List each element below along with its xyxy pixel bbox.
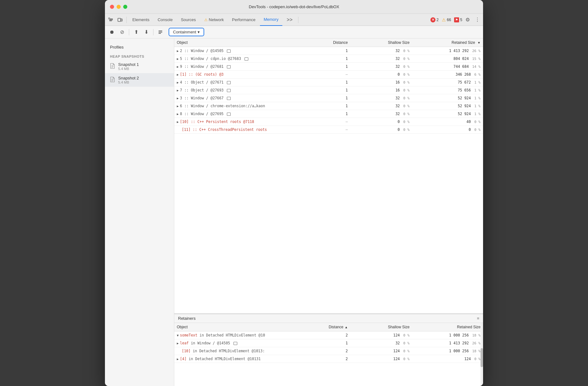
record-button[interactable]: ⏺ — [107, 28, 116, 37]
snapshot-icon-1 — [110, 63, 115, 70]
table-row[interactable]: ▶[10] :: C++ Persistent roots @7118 – 0 … — [174, 118, 483, 126]
retainer-row[interactable]: ▶leaf in Window / @14505 1 32 0 % 1 413 … — [174, 339, 483, 347]
table-row[interactable]: ▶8 :: Window / @27695 1 32 0 % 52 924 1 … — [174, 110, 483, 118]
sidebar-item-snapshot2[interactable]: Snapshot 2 5.4 MB — [105, 73, 174, 87]
svg-rect-2 — [108, 19, 109, 19]
table-row[interactable]: ▶7 :: Object / @27693 1 16 0 % 75 656 1 … — [174, 86, 483, 94]
main-table-container: Object Distance Shallow Size Retained Si… — [174, 38, 483, 313]
toolbar: ⏺ ⊘ ⬆ ⬇ Containment ▾ — [105, 26, 483, 38]
svg-rect-6 — [118, 18, 121, 21]
retainer-row[interactable]: [10] in Detached HTMLDivElement @1013: 2… — [174, 347, 483, 355]
scrollbar-thumb[interactable] — [481, 348, 483, 367]
summary-button[interactable] — [156, 28, 165, 37]
profiles-title: Profiles — [105, 42, 174, 52]
error-badge[interactable]: ✕ 2 — [430, 17, 439, 22]
inspect-icon[interactable] — [106, 15, 115, 24]
tab-sources[interactable]: Sources — [177, 14, 200, 26]
tab-bar: Elements Console Sources ⚠ Network Perfo… — [105, 14, 483, 26]
snapshot-icon-2 — [110, 77, 115, 83]
svg-rect-7 — [121, 19, 122, 21]
window-title: DevTools - codepen.io/web-dot-dev/live/P… — [249, 4, 339, 9]
retainers-table: Object Distance▲ Shallow Size Retained S… — [174, 323, 483, 363]
ret-col-object[interactable]: Object — [174, 323, 313, 331]
table-row[interactable]: ▶2 :: Window / @14505 1 32 0 % 1 413 292… — [174, 47, 483, 55]
device-toggle-icon[interactable] — [116, 15, 124, 24]
table-row[interactable]: [11] :: C++ CrossThreadPersistent roots … — [174, 126, 483, 134]
table-row[interactable]: ▶3 :: Window / @27667 1 32 0 % 52 924 1 … — [174, 94, 483, 102]
snapshot2-info: Snapshot 2 5.4 MB — [118, 76, 169, 84]
svg-rect-8 — [159, 31, 162, 31]
tab-bar-right: ✕ 2 ⚠ 66 ⚑ 5 ⚙ ⋮ — [430, 15, 482, 24]
main-content: Profiles HEAP SNAPSHOTS Snapshot 1 — [105, 38, 483, 386]
tab-console[interactable]: Console — [154, 14, 176, 26]
table-row[interactable]: ▶[1] :: (GC roots) @3 – 0 0 % 346 268 6 … — [174, 71, 483, 79]
minimize-button[interactable] — [117, 5, 121, 9]
sidebar: Profiles HEAP SNAPSHOTS Snapshot 1 — [105, 38, 174, 386]
containment-dropdown[interactable]: Containment ▾ — [169, 28, 204, 36]
error-icon: ✕ — [430, 17, 435, 22]
devtools-body: Elements Console Sources ⚠ Network Perfo… — [105, 14, 483, 386]
close-button[interactable] — [110, 5, 114, 9]
download-button[interactable]: ⬇ — [142, 28, 151, 37]
retainer-row[interactable]: ▶[4] in Detached HTMLDivElement @10131 2… — [174, 355, 483, 363]
retainers-section: Retainers ≡ Object Distance▲ Shallow Siz… — [174, 313, 483, 386]
maximize-button[interactable] — [123, 5, 127, 9]
scrollbar-track — [481, 323, 483, 386]
retainers-table-wrapper: Object Distance▲ Shallow Size Retained S… — [174, 323, 483, 386]
col-header-object[interactable]: Object — [174, 38, 313, 47]
svg-rect-3 — [109, 19, 113, 19]
sidebar-item-snapshot1[interactable]: Snapshot 1 5.4 MB — [105, 60, 174, 73]
ret-col-retained[interactable]: Retained Size — [412, 323, 483, 331]
svg-rect-1 — [109, 18, 110, 18]
issues-icon: ⚑ — [454, 17, 459, 22]
heap-snapshots-title: HEAP SNAPSHOTS — [105, 52, 174, 60]
tab-more[interactable]: >> — [283, 14, 297, 26]
devtools-window: DevTools - codepen.io/web-dot-dev/live/P… — [105, 0, 483, 386]
svg-rect-4 — [109, 20, 113, 20]
retainers-header: Retainers ≡ — [174, 313, 483, 323]
upload-button[interactable]: ⬆ — [132, 28, 141, 37]
issues-badge[interactable]: ⚑ 5 — [454, 17, 462, 22]
table-row[interactable]: ▶9 :: Window / @27681 1 32 0 % 744 684 1… — [174, 63, 483, 71]
tab-divider-2 — [298, 17, 298, 23]
retainers-menu-icon[interactable]: ≡ — [477, 316, 479, 321]
titlebar: DevTools - codepen.io/web-dot-dev/live/P… — [105, 0, 483, 14]
settings-icon[interactable]: ⚙ — [464, 15, 472, 24]
tab-performance[interactable]: Performance — [228, 14, 259, 26]
toolbar-divider-1 — [129, 29, 129, 35]
table-row[interactable]: ▶5 :: Window / cdpn.io @27683 1 32 0 % 8… — [174, 55, 483, 63]
traffic-lights — [110, 5, 127, 9]
tab-memory[interactable]: Memory — [260, 14, 282, 26]
svg-rect-10 — [159, 33, 161, 34]
more-options-icon[interactable]: ⋮ — [473, 15, 482, 24]
toolbar-divider-2 — [153, 29, 153, 35]
warning-icon: ⚠ — [442, 17, 446, 22]
tab-divider-1 — [126, 17, 127, 23]
main-table: Object Distance Shallow Size Retained Si… — [174, 38, 483, 134]
table-row[interactable]: ▶6 :: Window / chrome-extension://a…kaon… — [174, 102, 483, 110]
svg-rect-0 — [108, 18, 109, 18]
snapshot1-info: Snapshot 1 5.4 MB — [118, 62, 169, 71]
col-header-distance[interactable]: Distance — [313, 38, 350, 47]
ret-col-shallow[interactable]: Shallow Size — [350, 323, 412, 331]
clear-button[interactable]: ⊘ — [118, 28, 126, 37]
ret-col-distance[interactable]: Distance▲ — [313, 323, 350, 331]
col-header-retained[interactable]: Retained Size ▼ — [412, 38, 483, 47]
retainer-row[interactable]: ▼someText in Detached HTMLDivElement @10… — [174, 331, 483, 339]
tab-network[interactable]: ⚠ Network — [200, 14, 228, 26]
network-warning-icon: ⚠ — [204, 18, 208, 22]
tab-elements[interactable]: Elements — [129, 14, 153, 26]
svg-rect-5 — [109, 20, 112, 21]
data-area: Object Distance Shallow Size Retained Si… — [174, 38, 483, 386]
svg-rect-9 — [159, 32, 162, 32]
chevron-down-icon: ▾ — [198, 30, 200, 34]
table-row[interactable]: ▶4 :: Object / @27671 1 16 0 % 75 672 1 … — [174, 79, 483, 86]
col-header-shallow[interactable]: Shallow Size — [350, 38, 412, 47]
warning-badge[interactable]: ⚠ 66 — [442, 17, 451, 22]
